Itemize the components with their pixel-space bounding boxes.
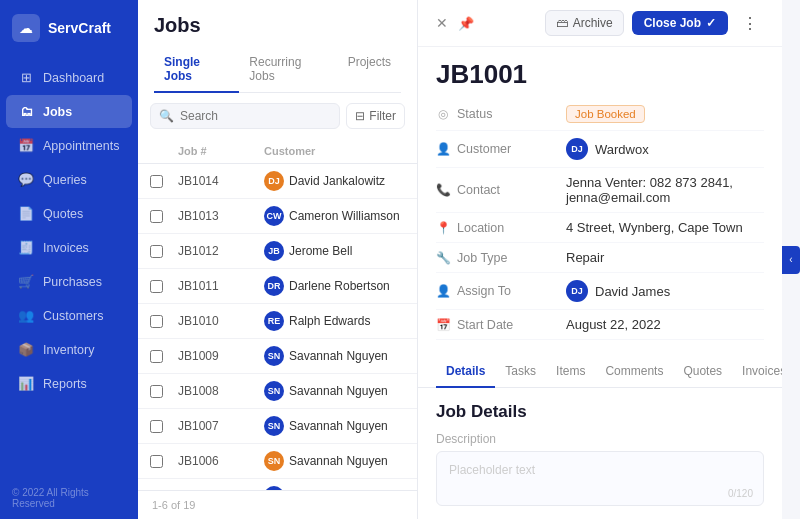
sidebar-item-invoices[interactable]: 🧾Invoices — [6, 231, 132, 264]
row-checkbox[interactable] — [150, 455, 163, 468]
contact-value: Jenna Venter: 082 873 2841, jenna@email.… — [566, 175, 764, 205]
sidebar-item-dashboard[interactable]: ⊞Dashboard — [6, 61, 132, 94]
row-checkbox[interactable] — [150, 175, 163, 188]
table-row[interactable]: JB1010 RE Ralph Edwards — [138, 304, 417, 339]
job-id: JB1009 — [178, 349, 258, 363]
description-box[interactable]: Placeholder text 0/120 — [436, 451, 764, 506]
search-input[interactable] — [180, 109, 331, 123]
sidebar-item-quotes[interactable]: 📄Quotes — [6, 197, 132, 230]
invoices-icon: 🧾 — [18, 240, 34, 255]
sidebar: ☁ ServCraft ⊞Dashboard🗂Jobs📅Appointments… — [0, 0, 138, 519]
job-id: JB1008 — [178, 384, 258, 398]
jobs-tab-1[interactable]: Recurring Jobs — [239, 47, 337, 93]
avatar: JB — [264, 241, 284, 261]
table-row[interactable]: JB1008 SN Savannah Nguyen — [138, 374, 417, 409]
jobs-tab-2[interactable]: Projects — [338, 47, 401, 93]
row-checkbox[interactable] — [150, 210, 163, 223]
sidebar-item-label: Reports — [43, 377, 87, 391]
jobs-toolbar: 🔍 ⊟ Filter — [138, 93, 417, 139]
jobs-tab-0[interactable]: Single Jobs — [154, 47, 239, 93]
job-customer: SN Savannah Nguyen — [264, 451, 405, 471]
more-options-button[interactable]: ⋮ — [736, 12, 764, 35]
table-row[interactable]: JB1006 SN Savannah Nguyen — [138, 444, 417, 479]
sidebar-item-label: Quotes — [43, 207, 83, 221]
detail-tab-tasks[interactable]: Tasks — [495, 356, 546, 388]
sidebar-item-reports[interactable]: 📊Reports — [6, 367, 132, 400]
row-checkbox[interactable] — [150, 385, 163, 398]
sidebar-collapse-button[interactable]: ‹ — [782, 246, 800, 274]
job-customer: RE Ralph Edwards — [264, 311, 405, 331]
purchases-icon: 🛒 — [18, 274, 34, 289]
job-id: JB1010 — [178, 314, 258, 328]
avatar: SN — [264, 451, 284, 471]
customer-name: Darlene Robertson — [289, 279, 390, 293]
table-row[interactable]: JB1007 SN Savannah Nguyen — [138, 409, 417, 444]
customer-name: Wardwox — [595, 142, 649, 157]
avatar: DJ — [264, 171, 284, 191]
description-placeholder: Placeholder text — [449, 463, 535, 477]
jobs-panel-title: Jobs — [154, 14, 401, 37]
job-details-title: Job Details — [436, 402, 764, 422]
customer-name: David Jankalowitz — [289, 174, 385, 188]
sidebar-item-purchases[interactable]: 🛒Purchases — [6, 265, 132, 298]
table-row[interactable]: JB1005 SN Savannah Nguyen — [138, 479, 417, 490]
sidebar-item-customers[interactable]: 👥Customers — [6, 299, 132, 332]
field-assign-to: 👤 Assign To DJ David James — [436, 273, 764, 310]
sidebar-item-label: Customers — [43, 309, 103, 323]
customer-avatar: DJ — [566, 138, 588, 160]
start-date-value: August 22, 2022 — [566, 317, 764, 332]
status-label: ◎ Status — [436, 107, 566, 121]
jobs-icon: 🗂 — [18, 104, 34, 119]
row-checkbox[interactable] — [150, 315, 163, 328]
table-row[interactable]: JB1011 DR Darlene Robertson — [138, 269, 417, 304]
customer-label: 👤 Customer — [436, 142, 566, 156]
sidebar-item-label: Purchases — [43, 275, 102, 289]
detail-tab-invoices[interactable]: Invoices — [732, 356, 782, 388]
sidebar-item-queries[interactable]: 💬Queries — [6, 163, 132, 196]
col-job-num: Job # — [178, 145, 258, 157]
close-job-icon: ✓ — [706, 16, 716, 30]
detail-tab-details[interactable]: Details — [436, 356, 495, 388]
filter-button[interactable]: ⊟ Filter — [346, 103, 405, 129]
assignee-avatar: DJ — [566, 280, 588, 302]
detail-tab-items[interactable]: Items — [546, 356, 595, 388]
archive-button[interactable]: 🗃 Archive — [545, 10, 624, 36]
avatar: RE — [264, 311, 284, 331]
close-icon[interactable]: ✕ — [436, 15, 448, 31]
field-status: ◎ Status Job Booked — [436, 98, 764, 131]
dashboard-icon: ⊞ — [18, 70, 34, 85]
row-checkbox[interactable] — [150, 420, 163, 433]
avatar: SN — [264, 381, 284, 401]
sidebar-item-label: Invoices — [43, 241, 89, 255]
detail-tab-quotes[interactable]: Quotes — [673, 356, 732, 388]
detail-tab-comments[interactable]: Comments — [595, 356, 673, 388]
job-customer: DR Darlene Robertson — [264, 276, 405, 296]
location-label: 📍 Location — [436, 221, 566, 235]
sidebar-item-label: Jobs — [43, 105, 72, 119]
table-row[interactable]: JB1009 SN Savannah Nguyen — [138, 339, 417, 374]
status-icon: ◎ — [436, 107, 450, 121]
jobs-list: JB1014 DJ David Jankalowitz JB1013 CW Ca… — [138, 164, 417, 490]
sidebar-item-inventory[interactable]: 📦Inventory — [6, 333, 132, 366]
sidebar-nav: ⊞Dashboard🗂Jobs📅Appointments💬Queries📄Quo… — [0, 56, 138, 477]
status-badge: Job Booked — [566, 105, 645, 123]
pin-icon[interactable]: 📌 — [458, 16, 474, 31]
job-customer: JB Jerome Bell — [264, 241, 405, 261]
jobs-search-box[interactable]: 🔍 — [150, 103, 340, 129]
table-row[interactable]: JB1013 CW Cameron Williamson — [138, 199, 417, 234]
table-row[interactable]: JB1012 JB Jerome Bell — [138, 234, 417, 269]
detail-panel: ✕ 📌 🗃 Archive Close Job ✓ ⋮ JB1001 ◎ Sta… — [418, 0, 782, 519]
location-icon: 📍 — [436, 221, 450, 235]
job-id: JB1006 — [178, 454, 258, 468]
sidebar-item-appointments[interactable]: 📅Appointments — [6, 129, 132, 162]
reports-icon: 📊 — [18, 376, 34, 391]
row-checkbox[interactable] — [150, 350, 163, 363]
sidebar-item-jobs[interactable]: 🗂Jobs — [6, 95, 132, 128]
job-customer: SN Savannah Nguyen — [264, 381, 405, 401]
row-checkbox[interactable] — [150, 280, 163, 293]
assign-to-label: 👤 Assign To — [436, 284, 566, 298]
close-job-button[interactable]: Close Job ✓ — [632, 11, 728, 35]
topbar-right: 🗃 Archive Close Job ✓ ⋮ — [545, 10, 764, 36]
row-checkbox[interactable] — [150, 245, 163, 258]
table-row[interactable]: JB1014 DJ David Jankalowitz — [138, 164, 417, 199]
